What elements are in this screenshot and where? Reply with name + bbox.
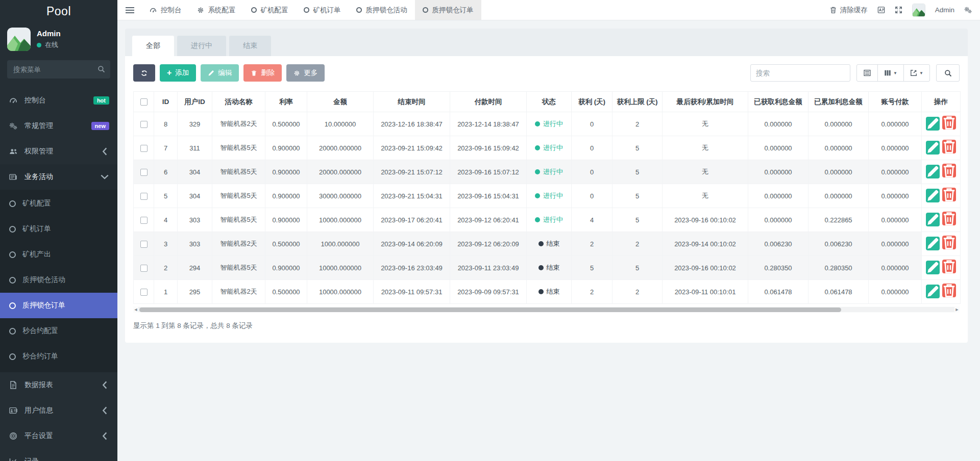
language-file-icon[interactable] [877, 6, 885, 14]
column-header[interactable]: 已获取利息金额 [748, 92, 808, 112]
row-delete-button[interactable] [942, 164, 956, 177]
username-menu[interactable]: Admin [935, 6, 954, 14]
sidebar-item-platform-settings[interactable]: 平台设置 [0, 423, 117, 449]
sidebar-item-miner-orders[interactable]: 矿机订单 [0, 216, 117, 242]
cell-id: 8 [154, 112, 178, 136]
row-checkbox[interactable] [140, 121, 148, 128]
more-button[interactable]: 更多 [286, 64, 325, 82]
topnav-tab-pledge-lock-orders[interactable]: 质押锁仓订单 [415, 0, 481, 20]
row-checkbox[interactable] [140, 289, 148, 296]
column-header[interactable]: 付款时间 [450, 92, 527, 112]
column-header[interactable]: 结束时间 [374, 92, 450, 112]
row-edit-button[interactable] [926, 141, 940, 155]
users-icon [8, 147, 18, 156]
hamburger-menu-icon[interactable] [117, 0, 142, 20]
sidebar-search-input[interactable] [7, 60, 110, 79]
sidebar-item-miner-config[interactable]: 矿机配置 [0, 191, 117, 216]
detail-view-button[interactable] [856, 64, 878, 82]
columns-button[interactable]: ▼ [877, 64, 904, 82]
sidebar-item-logs[interactable]: 记录 [0, 449, 117, 461]
row-delete-button[interactable] [942, 260, 956, 273]
scrollbar-thumb[interactable] [139, 308, 841, 312]
export-button[interactable]: ▼ [903, 64, 930, 82]
settings-gears-icon[interactable] [964, 6, 972, 14]
column-header[interactable]: ID [154, 92, 178, 112]
row-checkbox[interactable] [140, 145, 148, 152]
row-delete-button[interactable] [942, 212, 956, 225]
sidebar-item-seconds-contract-orders[interactable]: 秒合约订单 [0, 344, 117, 369]
sidebar-item-business-activities[interactable]: 业务活动 [0, 164, 117, 190]
sidebar-item-pledge-lock-orders[interactable]: 质押锁仓订单 [0, 293, 117, 318]
scroll-right-arrow[interactable]: ► [954, 307, 960, 312]
row-delete-button[interactable] [942, 188, 956, 201]
status-dot-icon [538, 265, 544, 270]
scroll-left-arrow[interactable]: ◄ [133, 307, 138, 312]
delete-button[interactable]: 删除 [243, 64, 282, 82]
clear-cache-button[interactable]: 清除缓存 [829, 6, 868, 15]
column-header[interactable]: 金额 [307, 92, 374, 112]
row-edit-button[interactable] [926, 165, 940, 178]
refresh-button[interactable] [133, 64, 155, 82]
topnav-tab-console[interactable]: 控制台 [142, 0, 189, 20]
column-header[interactable]: 活动名称 [212, 92, 265, 112]
sidebar-item-miner-output[interactable]: 矿机产出 [0, 242, 117, 267]
circle-icon [356, 7, 362, 13]
topnav-tab-pledge-lock-activities[interactable]: 质押锁仓活动 [349, 0, 415, 20]
row-delete-button[interactable] [942, 284, 956, 297]
column-header[interactable]: 获利上限 (天) [612, 92, 663, 112]
row-edit-button[interactable] [926, 213, 940, 226]
select-all-checkbox[interactable] [140, 98, 148, 106]
column-header[interactable]: 最后获利/累加时间 [663, 92, 748, 112]
sidebar-item-data-reports[interactable]: 数据报表 [0, 372, 117, 398]
table-search-input[interactable] [750, 64, 850, 82]
row-checkbox[interactable] [140, 169, 148, 176]
app-logo[interactable]: Pool [0, 0, 117, 22]
cell-user_id: 304 [178, 184, 212, 208]
topnav-tab-label: 系统配置 [208, 6, 236, 15]
cell-id: 6 [154, 160, 178, 184]
search-submit-button[interactable] [936, 64, 960, 82]
column-header[interactable]: 利率 [265, 92, 307, 112]
column-header[interactable]: 获利 (天) [572, 92, 612, 112]
row-edit-button[interactable] [926, 189, 940, 202]
row-checkbox[interactable] [140, 193, 148, 200]
column-header[interactable]: 用户ID [178, 92, 212, 112]
column-header[interactable]: 已累加利息金额 [808, 92, 869, 112]
circle-icon [9, 328, 16, 335]
scrollbar-track[interactable] [138, 307, 954, 312]
column-header[interactable]: 账号付款 [869, 92, 922, 112]
row-checkbox[interactable] [140, 265, 148, 272]
topnav-tab-miner-orders[interactable]: 矿机订单 [296, 0, 349, 20]
gauge-icon [150, 7, 157, 14]
sidebar-item-user-info[interactable]: 用户信息 [0, 398, 117, 423]
row-delete-button[interactable] [942, 140, 956, 153]
filter-tab-ended[interactable]: 结束 [229, 36, 271, 56]
column-header[interactable]: 操作 [922, 92, 961, 112]
row-checkbox[interactable] [140, 217, 148, 224]
edit-button[interactable]: 编辑 [201, 64, 239, 82]
row-edit-button[interactable] [926, 117, 940, 131]
add-button[interactable]: + 添加 [160, 64, 196, 82]
status-badge: 结束 [538, 263, 560, 272]
row-checkbox[interactable] [140, 241, 148, 248]
topnav-tab-miner-config[interactable]: 矿机配置 [243, 0, 296, 20]
row-delete-button[interactable] [942, 236, 956, 249]
topnav-tab-system-config[interactable]: 系统配置 [189, 0, 243, 20]
sidebar-item-permissions[interactable]: 权限管理 [0, 139, 117, 164]
sidebar-item-pledge-lock-activities[interactable]: 质押锁仓活动 [0, 267, 117, 293]
sidebar-item-general-management[interactable]: 常规管理new [0, 113, 117, 139]
row-edit-button[interactable] [926, 261, 940, 274]
sidebar-item-seconds-contract-config[interactable]: 秒合约配置 [0, 318, 117, 344]
sidebar-item-console[interactable]: 控制台hot [0, 88, 117, 113]
cell-end_time: 2023-09-17 06:20:41 [374, 208, 450, 232]
row-edit-button[interactable] [926, 285, 940, 298]
cell-id: 3 [154, 232, 178, 256]
orders-table: ID用户ID活动名称利率金额结束时间付款时间状态获利 (天)获利上限 (天)最后… [133, 91, 961, 304]
fullscreen-icon[interactable] [895, 6, 902, 14]
row-edit-button[interactable] [926, 237, 940, 250]
row-delete-button[interactable] [942, 116, 956, 130]
filter-tab-ongoing[interactable]: 进行中 [177, 36, 226, 56]
column-header[interactable]: 状态 [527, 92, 572, 112]
filter-tab-all[interactable]: 全部 [132, 36, 174, 56]
user-avatar[interactable] [912, 4, 925, 17]
